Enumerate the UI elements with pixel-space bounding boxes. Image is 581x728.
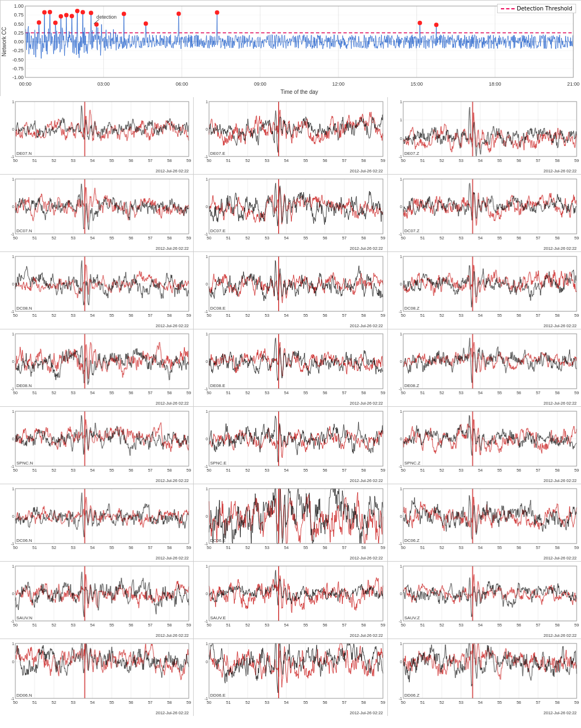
plot-cell-dd06-e [194,639,387,716]
seismogram-canvas [194,562,387,639]
legend-dashed-line-icon [501,8,515,9]
seismogram-canvas [388,329,581,406]
plot-cell-de07-n [0,97,193,174]
plot-cell-spnc-z [388,407,581,484]
seismogram-canvas [194,484,387,561]
seismogram-canvas [0,639,193,716]
seismogram-canvas [194,639,387,716]
seismogram-canvas [194,329,387,406]
seismogram-canvas [0,562,193,639]
plot-cell-dc08-n [0,252,193,329]
top-network-cc-plot: Detection Threshold [0,0,581,96]
plot-cell-dd06-n [0,639,193,716]
plot-cell-sauv-z [388,562,581,639]
seismogram-canvas [388,639,581,716]
plot-cell-dc07-z [388,175,581,251]
plot-cell-spnc-e [194,407,387,484]
plot-cell-de08-n [0,329,193,406]
plot-cell-dc06-n [0,484,193,561]
plot-cell-de08-e [194,329,387,406]
plot-cell-dc08-e [194,252,387,329]
main-container: Detection Threshold [0,0,581,716]
plot-cell-de07-e [194,97,387,174]
seismogram-canvas [388,175,581,251]
seismogram-canvas [194,97,387,174]
seismogram-canvas [388,484,581,561]
seismogram-canvas [388,252,581,329]
plot-cell-de08-z [388,329,581,406]
seismogram-canvas [388,407,581,484]
plot-cell-dc07-n [0,175,193,251]
plot-cell-dc06-z [388,484,581,561]
legend-label: Detection Threshold [517,5,572,12]
plot-cell-dc08-z [388,252,581,329]
seismogram-canvas [0,484,193,561]
seismogram-canvas [0,407,193,484]
legend-box: Detection Threshold [497,4,576,13]
seismogram-canvas [0,175,193,251]
seismogram-canvas [388,562,581,639]
plot-cell-dd06-z [388,639,581,716]
plot-cell-dc06-e [194,484,387,561]
seismogram-canvas [194,252,387,329]
plot-cell-spnc-n [0,407,193,484]
seismogram-canvas [194,407,387,484]
seismogram-canvas [388,97,581,174]
seismogram-canvas [194,175,387,251]
plot-cell-de07-z [388,97,581,174]
seismogram-canvas [0,252,193,329]
plots-grid [0,97,581,716]
plot-cell-sauv-n [0,562,193,639]
seismogram-canvas [0,329,193,406]
plot-cell-dc07-e [194,175,387,251]
seismogram-canvas [0,97,193,174]
plot-cell-sauv-e [194,562,387,639]
